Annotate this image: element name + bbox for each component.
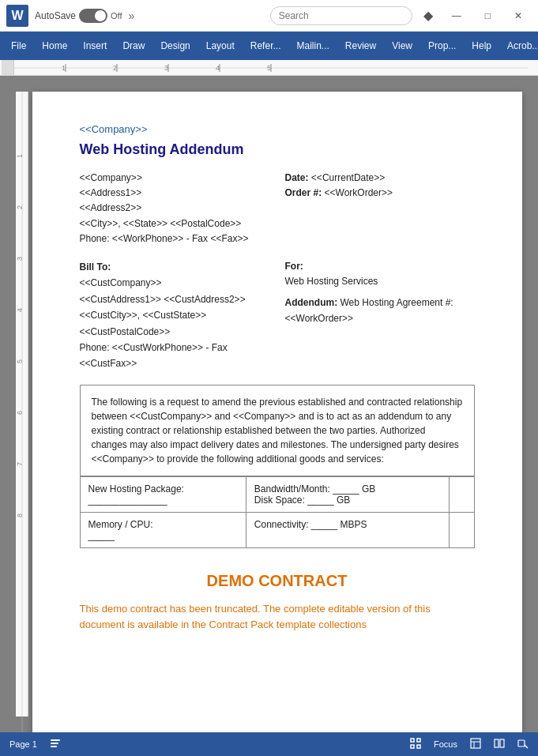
- menu-draw[interactable]: Draw: [115, 36, 152, 56]
- autosave-toggle[interactable]: [79, 9, 107, 23]
- svg-text:5: 5: [267, 64, 271, 72]
- expand-ribbon-button[interactable]: »: [129, 9, 135, 22]
- menu-design[interactable]: Design: [152, 36, 198, 56]
- close-button[interactable]: ✕: [505, 7, 532, 24]
- empty-cell-2: [450, 512, 474, 547]
- horizontal-ruler: 1 2 3 4 5: [0, 60, 538, 76]
- demo-text: This demo contract has been truncated. T…: [80, 601, 475, 634]
- svg-text:1: 1: [62, 64, 66, 72]
- cust-company-field: <<CustCompany>>: [80, 275, 269, 291]
- menu-acrobat[interactable]: Acrob...: [499, 36, 538, 56]
- memory-cpu-cell: Memory / CPU: _____: [80, 512, 246, 547]
- svg-text:8: 8: [16, 513, 24, 517]
- menu-layout[interactable]: Layout: [198, 36, 243, 56]
- document-title: Web Hosting Addendum: [80, 141, 475, 158]
- address-right: Date: <<CurrentDate>> Order #: <<WorkOrd…: [285, 171, 475, 246]
- autosave-label: AutoSave: [35, 10, 76, 21]
- zoom-icon[interactable]: [517, 738, 529, 750]
- cust-city-field: <<CustCity>>, <<CustState>>: [80, 307, 269, 323]
- minimize-button[interactable]: —: [442, 7, 471, 24]
- addendum-label: Addendum:: [285, 297, 338, 308]
- menu-view[interactable]: View: [384, 36, 420, 56]
- svg-rect-27: [471, 739, 480, 748]
- word-count-icon: [50, 738, 61, 750]
- addendum-line: Addendum: Web Hosting Agreement #: <<Wor…: [285, 295, 475, 325]
- menu-mailings[interactable]: Mailin...: [288, 36, 337, 56]
- cust-phone-field: Phone: <<CustWorkPhone>> - Fax: [80, 340, 269, 355]
- svg-text:4: 4: [16, 308, 24, 312]
- connectivity-field: _____: [311, 519, 337, 530]
- date-value: <<CurrentDate>>: [311, 172, 385, 183]
- focus-icon[interactable]: [410, 738, 421, 750]
- restore-button[interactable]: □: [476, 7, 500, 24]
- date-label: Date:: [285, 172, 309, 183]
- bill-section: Bill To: <<CustCompany>> <<CustAddress1>…: [80, 259, 475, 372]
- menu-home[interactable]: Home: [34, 36, 75, 56]
- addendum-value: Web Hosting Agreement #:: [340, 297, 453, 308]
- details-table: New Hosting Package: _______________ Ban…: [80, 476, 475, 548]
- bandwidth-unit: GB: [362, 483, 375, 495]
- diskspace-label: Disk Space:: [254, 495, 305, 506]
- body-text: The following is a request to amend the …: [92, 397, 463, 465]
- address2-field: <<Address2>>: [80, 201, 269, 216]
- window-controls: ◆ — □ ✕: [419, 6, 532, 24]
- hosting-package-field: _______________: [88, 495, 167, 506]
- focus-label[interactable]: Focus: [434, 739, 457, 749]
- bill-left: Bill To: <<CustCompany>> <<CustAddress1>…: [80, 259, 269, 372]
- company-field: <<Company>>: [80, 171, 269, 186]
- addendum-order: <<WorkOrder>>: [285, 313, 353, 324]
- bill-right: For: Web Hosting Services Addendum: Web …: [285, 259, 475, 372]
- table-row-1: New Hosting Package: _______________ Ban…: [80, 476, 474, 512]
- connectivity-label: Connectivity:: [254, 519, 309, 530]
- svg-rect-20: [51, 739, 60, 741]
- diskspace-unit: GB: [337, 495, 350, 506]
- empty-cell-1: [450, 476, 474, 512]
- order-line: Order #: <<WorkOrder>>: [285, 186, 475, 201]
- address-section: <<Company>> <<Address1>> <<Address2>> <<…: [80, 171, 475, 246]
- menu-file[interactable]: File: [3, 36, 34, 56]
- menu-review[interactable]: Review: [337, 36, 384, 56]
- city-state-field: <<City>>, <<State>> <<PostalCode>>: [80, 216, 269, 231]
- svg-rect-30: [495, 739, 498, 747]
- hosting-package-label: New Hosting Package:: [88, 483, 184, 495]
- page-number[interactable]: Page 1: [9, 739, 37, 749]
- menu-references[interactable]: Refer...: [243, 36, 289, 56]
- menu-properties[interactable]: Prop...: [420, 36, 464, 56]
- svg-rect-24: [417, 739, 420, 742]
- status-bar: Page 1 Focus: [0, 732, 538, 756]
- svg-text:4: 4: [216, 64, 220, 72]
- bandwidth-label: Bandwidth/Month:: [254, 483, 330, 495]
- svg-text:1: 1: [16, 154, 24, 158]
- search-input[interactable]: [270, 6, 412, 25]
- svg-text:2: 2: [16, 205, 24, 209]
- company-template-tag: <<Company>>: [80, 123, 475, 135]
- table-row-2: Memory / CPU: _____ Connectivity: _____ …: [80, 512, 474, 547]
- connectivity-cell: Connectivity: _____ MBPS: [246, 512, 450, 547]
- diskspace-field: _____: [307, 495, 333, 506]
- toggle-state: Off: [111, 11, 122, 21]
- svg-rect-26: [417, 745, 420, 748]
- svg-rect-22: [51, 746, 57, 747]
- menu-bar: File Home Insert Draw Design Layout Refe…: [0, 32, 538, 60]
- for-value: Web Hosting Services: [285, 276, 378, 287]
- read-mode-icon[interactable]: [494, 738, 505, 750]
- word-logo: W: [6, 5, 28, 27]
- bandwidth-cell: Bandwidth/Month: _____ GB Disk Space: __…: [246, 476, 450, 512]
- document-area: 1 2 3 4 5 6 7 8 <<Company>> Web Hosting …: [0, 76, 538, 732]
- bandwidth-field: _____: [333, 483, 359, 495]
- bill-to-label: Bill To:: [80, 261, 111, 273]
- menu-insert[interactable]: Insert: [75, 36, 115, 56]
- svg-text:2: 2: [113, 64, 117, 72]
- svg-rect-32: [518, 740, 525, 747]
- diamond-icon[interactable]: ◆: [419, 6, 438, 24]
- for-label: For:: [285, 261, 303, 272]
- svg-rect-23: [411, 739, 414, 742]
- title-bar: W AutoSave Off » ◆ — □ ✕: [0, 0, 538, 32]
- memory-cpu-label: Memory / CPU:: [88, 519, 153, 530]
- svg-rect-21: [51, 743, 58, 744]
- svg-text:5: 5: [16, 359, 24, 363]
- layout-view-icon[interactable]: [470, 738, 481, 750]
- menu-help[interactable]: Help: [464, 36, 499, 56]
- hosting-package-cell: New Hosting Package: _______________: [80, 476, 246, 512]
- document-page: <<Company>> Web Hosting Addendum <<Compa…: [32, 92, 522, 732]
